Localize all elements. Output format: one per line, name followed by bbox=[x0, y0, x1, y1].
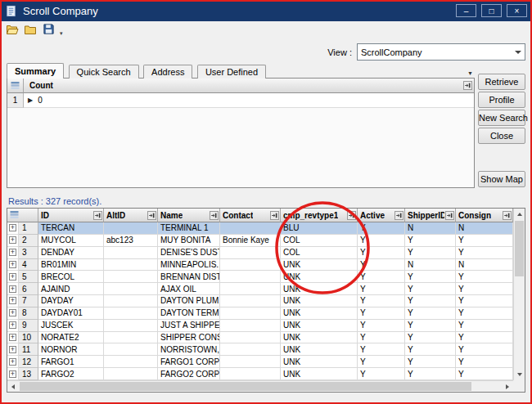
cell-contact[interactable] bbox=[220, 295, 281, 307]
cell-contact[interactable] bbox=[220, 271, 281, 283]
row-expander-cell[interactable]: + bbox=[7, 307, 19, 320]
row-header-cell[interactable]: 3 bbox=[19, 247, 38, 259]
table-row[interactable]: + 6 AJAIND AJAX OIL UNK Y Y Y bbox=[7, 283, 513, 295]
cell-name[interactable]: FARGO2 CORP bbox=[158, 368, 220, 380]
cell-shipperid[interactable]: N bbox=[405, 259, 456, 272]
column-filter-icon[interactable] bbox=[445, 211, 454, 220]
cell-contact[interactable] bbox=[220, 283, 281, 295]
summary-row-header[interactable]: 1 bbox=[7, 93, 24, 108]
summary-column-header[interactable]: Count bbox=[24, 79, 474, 93]
column-filter-icon[interactable] bbox=[147, 211, 156, 220]
tab-summary[interactable]: Summary bbox=[7, 63, 64, 79]
row-expander-cell[interactable]: + bbox=[7, 222, 19, 235]
cell-consign[interactable]: Y bbox=[456, 332, 513, 344]
cell-cmp-revtype1[interactable]: UNK bbox=[281, 368, 358, 380]
horizontal-scrollbar[interactable] bbox=[7, 380, 513, 392]
title-bar[interactable]: Scroll Company – □ × bbox=[0, 0, 532, 21]
cell-consign[interactable]: Y bbox=[456, 307, 513, 320]
cell-altid[interactable] bbox=[104, 343, 158, 356]
cell-active[interactable]: Y bbox=[358, 307, 405, 320]
table-row[interactable]: + 4 BR01MIN MINNEAPOLIS... UNK Y N N bbox=[7, 259, 513, 272]
cell-shipperid[interactable]: Y bbox=[405, 343, 456, 356]
cell-cmp-revtype1[interactable]: UNK bbox=[281, 295, 358, 307]
cell-active[interactable]: Y bbox=[358, 295, 405, 307]
cell-name[interactable]: NORRISTOWN,... bbox=[158, 343, 220, 356]
column-filter-icon[interactable] bbox=[210, 211, 219, 220]
vertical-scrollbar[interactable] bbox=[513, 209, 525, 380]
row-expander-cell[interactable]: + bbox=[7, 283, 19, 295]
cell-active[interactable]: Y bbox=[358, 222, 405, 235]
save-button[interactable] bbox=[40, 22, 56, 38]
cell-contact[interactable] bbox=[220, 307, 281, 320]
toolbar-overflow-icon[interactable]: ▾ bbox=[58, 30, 65, 39]
row-header-cell[interactable]: 13 bbox=[19, 368, 38, 380]
cell-consign[interactable]: Y bbox=[456, 295, 513, 307]
open-button[interactable] bbox=[4, 22, 20, 38]
cell-cmp-revtype1[interactable]: UNK bbox=[281, 271, 358, 283]
row-header-cell[interactable]: 11 bbox=[19, 343, 38, 356]
cell-cmp-revtype1[interactable]: COL bbox=[281, 247, 358, 259]
cell-shipperid[interactable]: Y bbox=[405, 368, 456, 380]
expand-plus-icon[interactable]: + bbox=[9, 236, 16, 244]
table-row[interactable]: + 11 NORNOR NORRISTOWN,... UNK Y Y Y bbox=[7, 343, 513, 356]
expand-plus-icon[interactable]: + bbox=[9, 249, 16, 256]
row-header-cell[interactable]: 2 bbox=[19, 235, 38, 247]
cell-shipperid[interactable]: Y bbox=[405, 235, 456, 247]
cell-altid[interactable] bbox=[104, 222, 158, 235]
show-map-button[interactable]: Show Map bbox=[478, 171, 525, 187]
table-row[interactable]: + 5 BRECOL BRENNAN DIST... UNK Y Y Y bbox=[7, 271, 513, 283]
cell-id[interactable]: AJAIND bbox=[38, 283, 104, 295]
column-header[interactable]: ID bbox=[38, 209, 104, 222]
cell-altid[interactable] bbox=[104, 368, 158, 380]
tab-user-defined[interactable]: User Defined bbox=[197, 65, 266, 79]
cell-active[interactable]: Y bbox=[358, 259, 405, 272]
cell-id[interactable]: FARGO2 bbox=[38, 368, 104, 380]
column-header[interactable]: Active bbox=[358, 209, 405, 222]
cell-id[interactable]: FARGO1 bbox=[38, 356, 104, 368]
row-expander-cell[interactable]: + bbox=[7, 271, 19, 283]
cell-shipperid[interactable]: Y bbox=[405, 295, 456, 307]
row-header-cell[interactable]: 12 bbox=[19, 356, 38, 368]
cell-active[interactable]: Y bbox=[358, 283, 405, 295]
cell-contact[interactable] bbox=[220, 222, 281, 235]
cell-id[interactable]: MUYCOL bbox=[38, 235, 104, 247]
cell-consign[interactable]: Y bbox=[456, 356, 513, 368]
cell-name[interactable]: DENISE'S DUST... bbox=[158, 247, 220, 259]
row-expander-cell[interactable]: + bbox=[7, 368, 19, 380]
cell-active[interactable]: Y bbox=[358, 368, 405, 380]
scroll-down-button[interactable] bbox=[514, 369, 525, 380]
row-expander-cell[interactable]: + bbox=[7, 356, 19, 368]
summary-row[interactable]: 1 ▶ 0 bbox=[7, 93, 474, 108]
cell-shipperid[interactable]: Y bbox=[405, 332, 456, 344]
cell-contact[interactable] bbox=[220, 356, 281, 368]
table-row[interactable]: + 8 DAYDAY01 DAYTON TERMI... UNK Y Y Y bbox=[7, 307, 513, 320]
cell-active[interactable]: Y bbox=[358, 247, 405, 259]
column-filter-icon[interactable] bbox=[93, 211, 102, 220]
cell-cmp-revtype1[interactable]: UNK bbox=[281, 332, 358, 344]
cell-contact[interactable] bbox=[220, 332, 281, 344]
view-combobox[interactable]: ScrollCompany bbox=[357, 43, 525, 61]
cell-name[interactable]: SHIPPER CONSI... bbox=[158, 332, 220, 344]
scroll-left-button[interactable] bbox=[7, 381, 19, 392]
cell-active[interactable]: Y bbox=[358, 343, 405, 356]
close-search-button[interactable]: Close bbox=[478, 128, 525, 144]
row-expander-cell[interactable]: + bbox=[7, 332, 19, 344]
cell-name[interactable]: MINNEAPOLIS... bbox=[158, 259, 220, 272]
expand-plus-icon[interactable]: + bbox=[9, 309, 16, 316]
row-header-cell[interactable]: 6 bbox=[19, 283, 38, 295]
row-expander-cell[interactable]: + bbox=[7, 343, 19, 356]
cell-cmp-revtype1[interactable]: BLU bbox=[281, 222, 358, 235]
cell-contact[interactable] bbox=[220, 259, 281, 272]
cell-cmp-revtype1[interactable]: UNK bbox=[281, 320, 358, 332]
table-row[interactable]: + 12 FARGO1 FARGO1 CORP UNK Y Y Y bbox=[7, 356, 513, 368]
cell-altid[interactable] bbox=[104, 295, 158, 307]
minimize-button[interactable]: – bbox=[456, 4, 476, 17]
expand-plus-icon[interactable]: + bbox=[9, 273, 16, 281]
scroll-right-button[interactable] bbox=[502, 381, 513, 392]
row-expander-cell[interactable]: + bbox=[7, 247, 19, 259]
cell-shipperid[interactable]: Y bbox=[405, 283, 456, 295]
cell-altid[interactable] bbox=[104, 320, 158, 332]
table-row[interactable]: + 2 MUYCOL abc123 MUY BONITA Bonnie Kaye… bbox=[7, 235, 513, 247]
cell-id[interactable]: JUSCEK bbox=[38, 320, 104, 332]
cell-cmp-revtype1[interactable]: UNK bbox=[281, 307, 358, 320]
